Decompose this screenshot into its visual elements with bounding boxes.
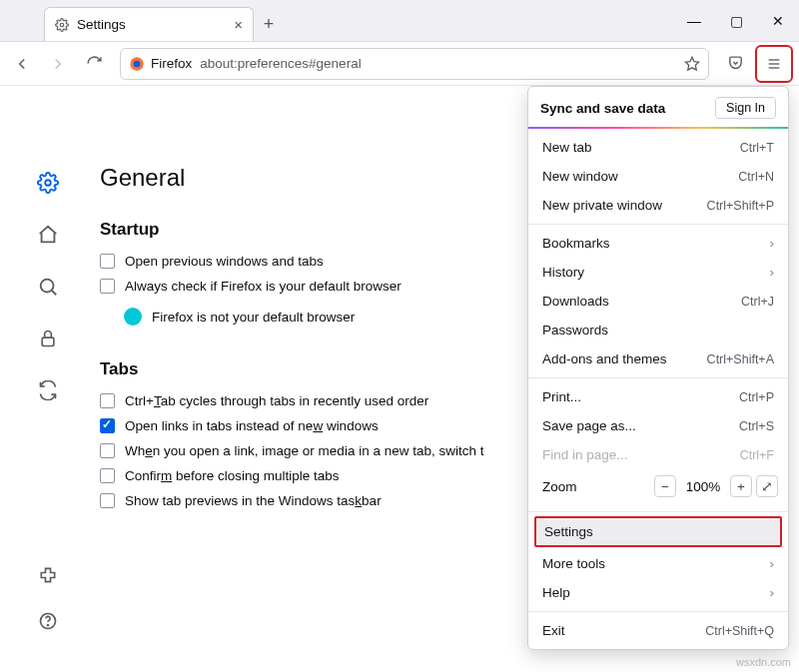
menu-history[interactable]: History› <box>528 258 788 287</box>
back-button[interactable] <box>6 48 38 80</box>
menu-more-tools[interactable]: More tools› <box>528 549 788 578</box>
menu-print[interactable]: Print...Ctrl+P <box>528 382 788 411</box>
extension-icon[interactable] <box>37 564 59 586</box>
window-controls <box>673 0 799 41</box>
menu-exit[interactable]: ExitCtrl+Shift+Q <box>528 616 788 645</box>
brand-label: Firefox <box>151 56 192 71</box>
browser-tab[interactable]: Settings × <box>44 7 254 41</box>
label: Open links in tabs instead of new window… <box>125 418 379 433</box>
sync-icon[interactable] <box>37 379 59 401</box>
checkbox[interactable] <box>100 468 115 483</box>
zoom-label: Zoom <box>542 479 650 494</box>
search-icon[interactable] <box>37 276 59 298</box>
svg-point-0 <box>60 23 64 27</box>
identity-box[interactable]: Firefox <box>129 56 192 72</box>
checkbox[interactable] <box>100 443 115 458</box>
titlebar: Settings × + <box>0 0 799 42</box>
forward-button[interactable] <box>42 48 74 80</box>
menu-zoom: Zoom − 100% + ⤢ <box>528 469 788 507</box>
sad-face-icon <box>124 308 142 326</box>
svg-point-2 <box>134 60 141 67</box>
app-menu-button[interactable] <box>758 48 790 80</box>
url-bar[interactable]: Firefox about:preferences#general <box>120 48 709 80</box>
sync-label: Sync and save data <box>540 101 665 116</box>
gear-icon[interactable] <box>37 172 59 194</box>
menu-separator <box>528 224 788 225</box>
menu-passwords[interactable]: Passwords <box>528 316 788 344</box>
svg-point-11 <box>48 625 49 626</box>
menu-downloads[interactable]: DownloadsCtrl+J <box>528 287 788 316</box>
svg-point-8 <box>41 280 54 293</box>
gear-icon <box>55 18 69 32</box>
menu-new-window[interactable]: New windowCtrl+N <box>528 162 788 191</box>
fullscreen-button[interactable]: ⤢ <box>756 475 778 497</box>
chevron-right-icon: › <box>770 585 775 600</box>
app-menu-button-highlight <box>755 45 793 83</box>
app-menu: Sync and save data Sign In New tabCtrl+T… <box>527 86 789 650</box>
new-tab-button[interactable]: + <box>254 14 284 41</box>
address-text: about:preferences#general <box>200 56 361 71</box>
menu-new-tab[interactable]: New tabCtrl+T <box>528 133 788 162</box>
svg-marker-3 <box>685 57 698 70</box>
chevron-right-icon: › <box>770 236 775 251</box>
menu-find-in-page[interactable]: Find in page...Ctrl+F <box>528 440 788 469</box>
label: Confirm before closing multiple tabs <box>125 468 340 483</box>
label: Show tab previews in the Windows taskbar <box>125 493 382 508</box>
menu-new-private-window[interactable]: New private windowCtrl+Shift+P <box>528 191 788 220</box>
warning-text: Firefox is not your default browser <box>152 310 355 325</box>
label: Open previous windows and tabs <box>125 254 324 269</box>
checkbox[interactable] <box>100 393 115 408</box>
checkbox[interactable] <box>100 279 115 294</box>
zoom-in-button[interactable]: + <box>730 475 752 497</box>
label: Always check if Firefox is your default … <box>125 279 401 294</box>
menu-separator <box>528 511 788 512</box>
checkbox-checked[interactable] <box>100 418 115 433</box>
reload-button[interactable] <box>78 48 110 80</box>
svg-point-7 <box>45 180 51 186</box>
menu-separator <box>528 377 788 378</box>
menu-help[interactable]: Help› <box>528 578 788 607</box>
svg-rect-9 <box>42 337 54 345</box>
lock-icon[interactable] <box>37 328 59 349</box>
maximize-button[interactable] <box>715 13 757 29</box>
tab-title: Settings <box>77 17 226 32</box>
menu-save-as[interactable]: Save page as...Ctrl+S <box>528 411 788 440</box>
label: When you open a link, image or media in … <box>125 443 483 458</box>
pocket-icon[interactable] <box>719 48 751 80</box>
sign-in-button[interactable]: Sign In <box>715 97 776 119</box>
watermark: wsxdn.com <box>736 656 791 668</box>
firefox-icon <box>129 56 145 72</box>
category-sidebar <box>0 86 96 672</box>
checkbox[interactable] <box>100 254 115 269</box>
menu-addons[interactable]: Add-ons and themesCtrl+Shift+A <box>528 344 788 373</box>
close-window-button[interactable] <box>757 13 799 29</box>
checkbox[interactable] <box>100 493 115 508</box>
close-tab-icon[interactable]: × <box>234 16 243 33</box>
home-icon[interactable] <box>37 224 59 246</box>
chevron-right-icon: › <box>770 265 775 280</box>
rainbow-divider <box>528 127 788 129</box>
tab-strip: Settings × + <box>0 7 673 41</box>
menu-separator <box>528 611 788 612</box>
chevron-right-icon: › <box>770 556 775 571</box>
star-icon[interactable] <box>684 56 700 72</box>
help-icon[interactable] <box>37 610 59 632</box>
zoom-value: 100% <box>680 479 726 494</box>
toolbar: Firefox about:preferences#general <box>0 42 799 86</box>
label: Ctrl+Tab cycles through tabs in recently… <box>125 393 428 408</box>
zoom-out-button[interactable]: − <box>654 475 676 497</box>
minimize-button[interactable] <box>673 13 715 29</box>
menu-settings[interactable]: Settings <box>534 516 782 547</box>
sync-row: Sync and save data Sign In <box>528 87 788 127</box>
menu-bookmarks[interactable]: Bookmarks› <box>528 229 788 258</box>
